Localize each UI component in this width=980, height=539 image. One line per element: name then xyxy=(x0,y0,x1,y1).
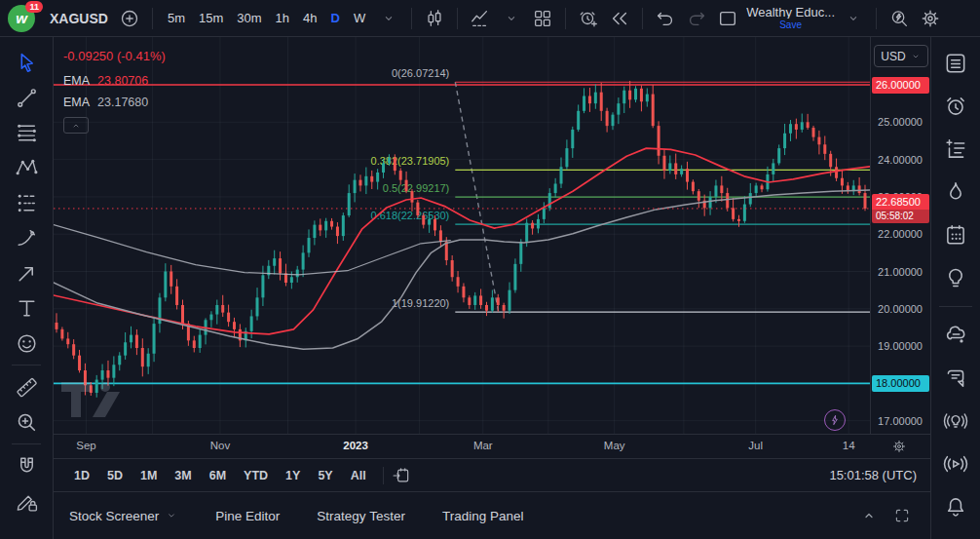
magnet-tool[interactable] xyxy=(8,448,45,483)
currency-dropdown[interactable]: USD xyxy=(874,45,928,67)
indicator-name: EMA xyxy=(63,96,90,109)
range-5y[interactable]: 5Y xyxy=(309,465,341,486)
legend-collapse-button[interactable] xyxy=(63,117,89,134)
interval-30m[interactable]: 30m xyxy=(230,8,268,28)
redo-button[interactable] xyxy=(682,5,711,32)
chevron-up-icon xyxy=(70,120,82,132)
price-alert-label[interactable]: 26.00000 xyxy=(872,77,929,94)
cursor-tool[interactable] xyxy=(8,45,45,80)
notes-panel[interactable] xyxy=(938,135,973,164)
go-to-date-button[interactable] xyxy=(392,466,411,485)
lightning-icon xyxy=(828,413,842,427)
price-tick: 25.00000 xyxy=(878,115,923,129)
price-tick: 19.00000 xyxy=(878,339,923,353)
ma-aux-line[interactable] xyxy=(54,225,450,275)
time-label-jul: Jul xyxy=(748,440,763,451)
streams-panel[interactable] xyxy=(938,406,973,436)
bar-replay-button[interactable] xyxy=(605,5,634,32)
arrow-tool[interactable] xyxy=(8,255,45,290)
expand-panel-icon[interactable] xyxy=(860,507,878,524)
text-tool[interactable] xyxy=(8,290,45,326)
grid-layout-icon xyxy=(532,8,553,29)
trend-line-tool[interactable] xyxy=(8,80,45,115)
time-label-14: 14 xyxy=(843,440,855,451)
server-clock[interactable]: 15:01:58 (UTC) xyxy=(829,468,919,482)
layout-grid-button[interactable] xyxy=(528,5,557,32)
tab-stock-screener[interactable]: Stock Screener xyxy=(69,509,178,523)
axis-settings-button[interactable] xyxy=(891,439,907,456)
account-menu-button[interactable]: w 11 xyxy=(8,4,41,33)
range-5d[interactable]: 5D xyxy=(98,465,132,486)
alerts-panel[interactable] xyxy=(938,92,973,121)
range-1m[interactable]: 1M xyxy=(132,465,166,486)
range-all[interactable]: All xyxy=(342,465,375,486)
interval-15m[interactable]: 15m xyxy=(192,8,230,28)
measure-tool[interactable] xyxy=(8,369,45,404)
range-6m[interactable]: 6M xyxy=(201,465,235,486)
interval-group: 5m15m30m1h4hDW xyxy=(161,8,372,28)
chat-panel[interactable] xyxy=(938,364,973,393)
calendar-panel[interactable] xyxy=(938,220,973,250)
layout-name-button[interactable]: Wealthy Educ... Save xyxy=(744,6,837,31)
ema-slow-line[interactable] xyxy=(54,190,870,349)
pattern-tool[interactable] xyxy=(8,150,45,185)
tab-trading-panel[interactable]: Trading Panel xyxy=(442,509,524,523)
range-3m[interactable]: 3M xyxy=(166,465,200,486)
tab-pine-editor[interactable]: Pine Editor xyxy=(215,509,280,523)
hotlists-panel[interactable] xyxy=(938,177,973,207)
toolbar-divider xyxy=(457,8,458,29)
chart-legend: -0.09250 (-0.41%) EMA23.80706EMA23.17680 xyxy=(63,49,166,134)
chart-style-button[interactable] xyxy=(420,5,449,32)
symbol-search-button[interactable]: XAGUSD xyxy=(49,5,113,32)
interval-d[interactable]: D xyxy=(324,8,347,28)
fib-retracement-tool[interactable] xyxy=(8,115,45,150)
ema-fast-line[interactable] xyxy=(54,148,870,334)
interval-4h[interactable]: 4h xyxy=(296,8,323,28)
fib-retracement[interactable]: 0(26.07214)0.382(23.71905)0.5(22.99217)0… xyxy=(371,67,870,312)
toolbar-divider xyxy=(642,8,643,29)
emoji-tool[interactable] xyxy=(8,326,45,361)
interval-w[interactable]: W xyxy=(347,8,372,28)
quick-trade-button[interactable] xyxy=(824,409,846,431)
range-ytd[interactable]: YTD xyxy=(235,465,277,486)
live-panel[interactable] xyxy=(938,449,973,479)
price-chart[interactable]: 0(26.07214)0.382(23.71905)0.5(22.99217)0… xyxy=(54,37,870,434)
toolbar-divider xyxy=(876,8,877,29)
layout-square-icon xyxy=(717,8,738,29)
undo-button[interactable] xyxy=(651,5,680,32)
price-scale[interactable]: USD 26.00000 22.68500 05:58:02 18.00000 … xyxy=(870,37,930,434)
create-alert-button[interactable] xyxy=(574,5,603,32)
layout-select-button[interactable] xyxy=(713,5,742,32)
watchlist-panel[interactable] xyxy=(938,49,973,78)
interval-5m[interactable]: 5m xyxy=(161,8,192,28)
bottom-panel-tabs: Stock ScreenerPine EditorStrategy Tester… xyxy=(54,491,930,539)
toolbar-divider xyxy=(152,8,153,29)
compare-symbol-button[interactable] xyxy=(115,5,144,32)
quick-search-button[interactable] xyxy=(885,5,914,32)
zoom-in-tool[interactable] xyxy=(8,404,45,440)
indicator-row-0[interactable]: EMA23.80706 xyxy=(63,70,166,92)
layout-menu-button[interactable] xyxy=(839,5,868,32)
interval-menu-button[interactable] xyxy=(374,5,403,32)
quick-search-icon xyxy=(888,8,910,29)
chevron-down-icon xyxy=(165,509,178,522)
chart-plot-area[interactable]: 0(26.07214)0.382(23.71905)0.5(22.99217)0… xyxy=(54,37,870,434)
support-level-label[interactable]: 18.00000 xyxy=(872,375,929,392)
ideas-panel[interactable] xyxy=(938,263,973,292)
chart-settings-button[interactable] xyxy=(916,5,945,32)
maximize-icon[interactable] xyxy=(893,507,911,524)
indicators-button[interactable] xyxy=(466,5,495,32)
range-1y[interactable]: 1Y xyxy=(277,465,309,486)
lock-drawings-tool[interactable] xyxy=(8,483,45,519)
indicator-row-1[interactable]: EMA23.17680 xyxy=(63,92,166,113)
save-layout-link[interactable]: Save xyxy=(779,19,802,31)
range-1d[interactable]: 1D xyxy=(65,465,98,486)
notifications-panel[interactable] xyxy=(938,492,973,521)
forecast-tool[interactable] xyxy=(8,185,45,220)
indicator-templates-button[interactable] xyxy=(497,5,526,32)
minds-panel[interactable] xyxy=(938,321,973,350)
tab-strategy-tester[interactable]: Strategy Tester xyxy=(317,509,405,523)
time-axis[interactable]: SepNov2023MarMayJul14 xyxy=(54,434,930,458)
interval-1h[interactable]: 1h xyxy=(269,8,296,28)
brush-tool[interactable] xyxy=(8,220,45,255)
